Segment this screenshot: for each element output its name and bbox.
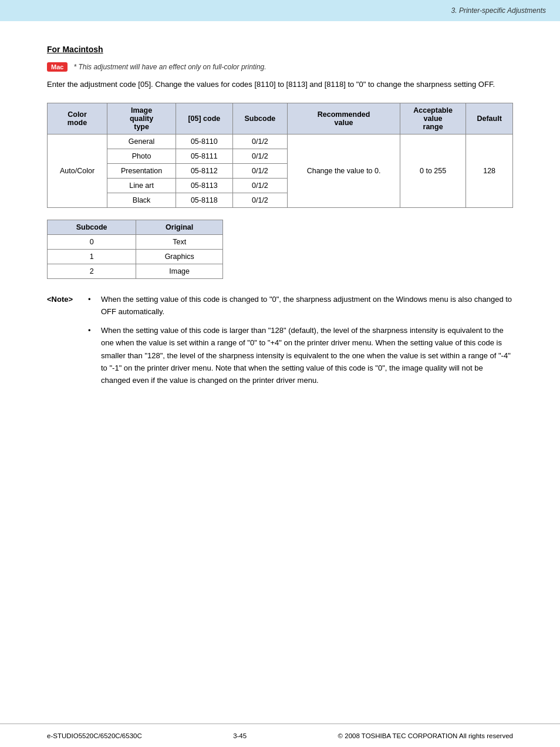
- cell-default: 128: [466, 134, 513, 207]
- footer-page: 3-45: [233, 732, 247, 739]
- sub-cell-subcode: 1: [48, 249, 136, 264]
- col-header-acceptable: Acceptablevaluerange: [400, 103, 465, 134]
- col-header-default: Default: [466, 103, 513, 134]
- main-table: Colormode Imagequalitytype [05] code Sub…: [47, 103, 513, 208]
- header-bar: 3. Printer-specific Adjustments: [0, 0, 560, 21]
- note-label: <Note>: [47, 293, 88, 387]
- cell-subcode: 0/1/2: [232, 193, 288, 207]
- sub-col-original: Original: [136, 220, 223, 234]
- note-text: When the setting value of this code is l…: [101, 324, 513, 387]
- cell-image-quality: Black: [107, 193, 176, 207]
- note-row: <Note> •When the setting value of this c…: [47, 293, 513, 387]
- mac-note-text: * This adjustment will have an effect on…: [73, 63, 266, 71]
- cell-subcode: 0/1/2: [232, 178, 288, 193]
- cell-image-quality: Line art: [107, 178, 176, 193]
- footer: e-STUDIO5520C/6520C/6530C 3-45 © 2008 TO…: [0, 724, 560, 747]
- note-item: •When the setting value of this code is …: [88, 293, 513, 318]
- mac-note-row: Mac * This adjustment will have an effec…: [47, 62, 513, 72]
- cell-code: 05-8118: [176, 193, 232, 207]
- cell-subcode: 0/1/2: [232, 149, 288, 163]
- cell-image-quality: Presentation: [107, 163, 176, 178]
- sub-col-subcode: Subcode: [48, 220, 136, 234]
- content-area: For Macintosh Mac * This adjustment will…: [0, 21, 560, 422]
- sub-cell-subcode: 0: [48, 234, 136, 249]
- cell-code: 05-8110: [176, 134, 232, 149]
- sub-cell-original: Text: [136, 234, 223, 249]
- section-heading: For Macintosh: [47, 45, 513, 54]
- col-header-subcode: Subcode: [232, 103, 288, 134]
- footer-right: © 2008 TOSHIBA TEC CORPORATION All right…: [338, 732, 513, 739]
- note-bullet-icon: •: [88, 293, 97, 318]
- cell-subcode: 0/1/2: [232, 163, 288, 178]
- cell-code: 05-8111: [176, 149, 232, 163]
- footer-left: e-STUDIO5520C/6520C/6530C: [47, 732, 142, 739]
- cell-image-quality: General: [107, 134, 176, 149]
- cell-recommended: Change the value to 0.: [288, 134, 400, 207]
- note-item: •When the setting value of this code is …: [88, 324, 513, 387]
- note-items-container: •When the setting value of this code is …: [88, 293, 513, 387]
- note-section: <Note> •When the setting value of this c…: [47, 293, 513, 387]
- sub-cell-original: Image: [136, 264, 223, 278]
- sub-table: Subcode Original 0Text1Graphics2Image: [47, 220, 223, 279]
- sub-cell-subcode: 2: [48, 264, 136, 278]
- cell-acceptable: 0 to 255: [400, 134, 465, 207]
- intro-text: Enter the adjustment code [05]. Change t…: [47, 79, 513, 91]
- cell-code: 05-8112: [176, 163, 232, 178]
- cell-color-mode: Auto/Color: [48, 134, 107, 207]
- col-header-image-quality: Imagequalitytype: [107, 103, 176, 134]
- cell-code: 05-8113: [176, 178, 232, 193]
- cell-subcode: 0/1/2: [232, 134, 288, 149]
- header-title: 3. Printer-specific Adjustments: [451, 6, 546, 15]
- col-header-recommended: Recommendedvalue: [288, 103, 400, 134]
- cell-image-quality: Photo: [107, 149, 176, 163]
- mac-badge: Mac: [47, 62, 68, 72]
- col-header-05-code: [05] code: [176, 103, 232, 134]
- note-bullet-icon: •: [88, 324, 97, 387]
- col-header-color-mode: Colormode: [48, 103, 107, 134]
- sub-cell-original: Graphics: [136, 249, 223, 264]
- note-text: When the setting value of this code is c…: [101, 293, 513, 318]
